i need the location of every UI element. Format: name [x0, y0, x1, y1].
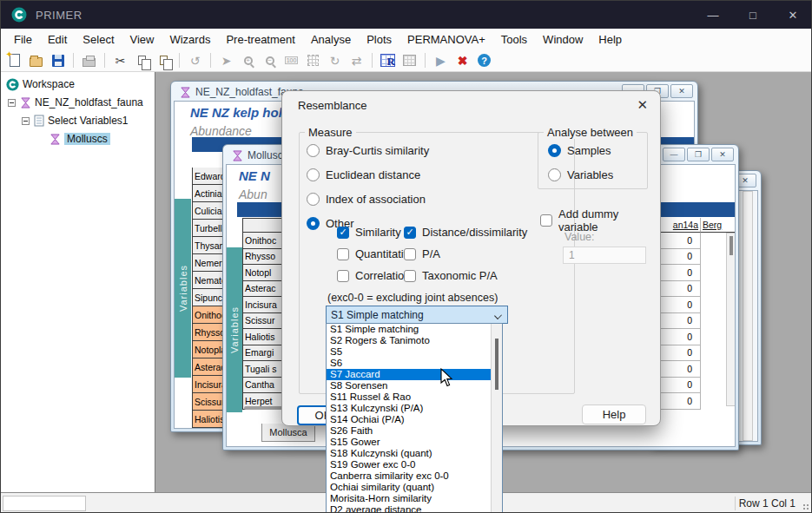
menu-item[interactable]: Select [75, 30, 122, 49]
menu-item[interactable]: Tools [493, 30, 535, 49]
radio-icon[interactable] [307, 168, 320, 181]
tree-item-data[interactable]: NE_NZ_holdfast_fauna [8, 95, 143, 110]
variable-row[interactable]: Scissur [242, 313, 283, 330]
add-dummy-variable-option[interactable]: Add dummy variable [540, 214, 660, 227]
listbox-item[interactable]: S11 Russel & Rao [327, 391, 502, 403]
scrollbar-thumb[interactable] [729, 236, 733, 255]
save-icon[interactable] [50, 52, 66, 69]
thumbnail-icon[interactable] [305, 52, 321, 69]
data-cell[interactable]: 0 [659, 378, 701, 394]
variable-row[interactable]: Tugali s [242, 361, 283, 378]
checkbox-icon[interactable] [337, 270, 349, 282]
variable-row[interactable]: Turbellar [192, 220, 224, 237]
variable-row[interactable]: Incisura [192, 376, 224, 393]
menu-item[interactable]: Plots [359, 30, 399, 49]
data-cell[interactable]: 0 [659, 329, 701, 345]
variable-row[interactable]: Notopla [192, 341, 224, 358]
close-icon[interactable]: ✕ [670, 84, 693, 98]
listbox-item[interactable]: Ochiai similarity (quant) [327, 482, 502, 493]
variable-row[interactable]: Emargi [242, 345, 283, 362]
close-icon[interactable]: ✕ [711, 148, 734, 161]
tree-item-select-variables[interactable]: Select Variables1 [22, 113, 129, 128]
measure-checkbox-option[interactable]: Quantitative [337, 247, 404, 260]
restore-icon[interactable]: ❐ [687, 148, 710, 161]
menu-item[interactable]: Analyse [303, 30, 359, 49]
measure-checkbox-option[interactable]: P/A [404, 247, 527, 260]
variable-row[interactable]: Asteracm [192, 358, 224, 376]
checkbox-icon[interactable] [404, 227, 416, 239]
undo-icon[interactable]: ↺ [187, 52, 203, 69]
listbox-item[interactable]: S19 Gower exc 0-0 [327, 459, 502, 470]
variable-row[interactable]: Rhysso [242, 249, 283, 266]
data-cell[interactable]: 0 [659, 393, 701, 410]
measure-checkbox-option[interactable]: Similarity [337, 226, 404, 239]
pointer-icon[interactable]: ➤ [218, 52, 234, 69]
checkbox-icon[interactable] [404, 248, 416, 260]
zoom-out-icon[interactable]: − [261, 52, 278, 69]
listbox-item[interactable]: Canberra similarity exc 0-0 [327, 470, 502, 482]
stop-icon[interactable]: ✖ [454, 52, 471, 69]
variables-side-tab[interactable]: Variables [227, 247, 242, 412]
variable-row[interactable]: Onithoc [242, 233, 283, 249]
variable-row[interactable]: Onithoch [192, 306, 224, 324]
listbox-item[interactable]: S18 Kulczynski (quant) [327, 448, 502, 459]
listbox-item[interactable]: Morisita-Horn similarity [327, 493, 502, 504]
run-icon[interactable]: ▶ [432, 52, 449, 69]
menu-item[interactable]: Help [591, 30, 630, 49]
variable-row[interactable]: Thysano [192, 237, 224, 254]
analyse-radio-option[interactable]: Samples [548, 143, 613, 157]
listbox-item[interactable]: S14 Ochiai (P/A) [327, 414, 502, 425]
measure-radio-option[interactable]: Bray-Curtis similarity [307, 143, 429, 157]
data-cell[interactable]: 0 [659, 345, 701, 362]
menu-item[interactable]: Pre-treatment [218, 30, 302, 49]
paste-icon[interactable] [155, 52, 172, 69]
data-cell[interactable]: 0 [659, 281, 701, 298]
checkbox-icon[interactable] [337, 227, 349, 239]
minimize-icon[interactable]: — [663, 148, 685, 161]
radio-icon[interactable] [307, 144, 320, 157]
matrix-plot-icon[interactable] [401, 52, 418, 69]
checkbox-icon[interactable] [540, 214, 552, 227]
collapse-icon[interactable] [22, 117, 30, 125]
listbox-item[interactable]: S6 [327, 358, 502, 369]
menu-item[interactable]: Edit [40, 30, 75, 49]
print-icon[interactable] [81, 52, 97, 69]
new-workspace-icon[interactable]: ✦ [6, 52, 23, 69]
measure-combobox[interactable]: S1 Simple matching [326, 306, 508, 324]
measure-checkbox-option[interactable]: Taxonomic P/A [404, 269, 527, 282]
column-header[interactable]: Berg [701, 218, 736, 233]
data-cell[interactable]: 0 [659, 297, 701, 313]
radio-icon[interactable] [548, 144, 561, 157]
help-button[interactable]: Help [582, 404, 646, 424]
variable-row[interactable]: Cantha [242, 378, 283, 394]
listbox-item[interactable]: S2 Rogers & Tanimoto [327, 335, 502, 346]
variables-side-tab[interactable]: Variables [175, 199, 191, 378]
listbox-item[interactable]: D2 average distance [327, 504, 502, 513]
cut-icon[interactable]: ✂ [112, 52, 129, 69]
variable-row[interactable]: Notopl [242, 265, 283, 281]
close-icon[interactable]: ✕ [637, 97, 648, 113]
vertical-scrollbar[interactable] [743, 191, 753, 441]
listbox-item[interactable]: S7 Jaccard [327, 369, 502, 380]
analyse-radio-option[interactable]: Variables [548, 168, 613, 181]
measure-checkbox-option[interactable]: Distance/dissimilarity [404, 226, 527, 239]
variable-row[interactable]: Asterac [242, 281, 283, 298]
checkbox-icon[interactable] [404, 270, 416, 282]
listbox-item[interactable]: S26 Faith [327, 425, 502, 437]
menu-item[interactable]: View [122, 30, 162, 49]
radio-icon[interactable] [307, 217, 320, 230]
radio-icon[interactable] [548, 168, 561, 181]
column-header[interactable]: an14a [659, 218, 701, 233]
variable-row[interactable]: Culicia ru [192, 202, 224, 220]
variable-row[interactable]: Nemerte [192, 254, 224, 272]
resize-grip-icon[interactable] [803, 504, 810, 511]
data-cell[interactable]: 0 [659, 249, 701, 266]
scrollbar-thumb[interactable] [495, 339, 498, 390]
chevron-down-icon[interactable] [494, 312, 502, 319]
sheet-tab[interactable]: Mollusca [261, 424, 315, 442]
collapse-icon[interactable] [8, 99, 16, 107]
measure-radio-option[interactable]: Index of association [307, 192, 429, 206]
variable-row[interactable]: Actiniari [192, 185, 224, 202]
vertical-scrollbar[interactable] [726, 233, 736, 406]
variable-row[interactable]: Rhyssop [192, 324, 224, 341]
